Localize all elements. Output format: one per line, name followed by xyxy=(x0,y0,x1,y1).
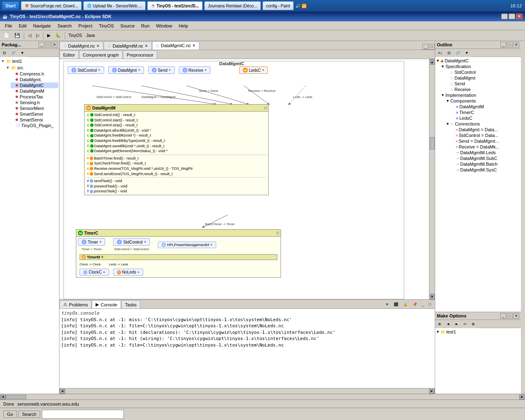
maximize-button[interactable]: □ xyxy=(509,14,515,19)
timer-expand[interactable]: + xyxy=(99,240,101,244)
noleds-expand[interactable]: + xyxy=(137,270,139,274)
perspective-tinyos[interactable]: TinyOS xyxy=(67,33,84,38)
menu-project[interactable]: Project xyxy=(75,23,96,29)
noleds-box[interactable]: M NoLeds + xyxy=(113,269,144,276)
make-btn-3[interactable]: ► xyxy=(453,320,461,328)
toolbar-run[interactable]: ▶ xyxy=(45,32,52,40)
toggle-test1[interactable]: ▼ xyxy=(1,59,5,63)
console-pin[interactable]: 📌 xyxy=(411,300,419,308)
tree-item-datamgmtm[interactable]: DataMgmtM xyxy=(11,88,58,94)
tree-item-compress[interactable]: Compress.h xyxy=(11,71,58,77)
timerm-expand[interactable]: + xyxy=(101,255,103,259)
taskbar-tab-2[interactable]: ☕ TinyOS - test1/src/D... xyxy=(147,1,203,10)
outline-conn-7[interactable]: → DataMgmtM.SysC xyxy=(451,167,520,173)
taskbar-tab-0[interactable]: 🦊 SourceForge.net: Downl... xyxy=(21,1,82,10)
tree-item-procestas[interactable]: ProcessTas xyxy=(11,94,58,100)
tab-close-2[interactable]: ✕ xyxy=(192,43,196,48)
main-hscroll-right[interactable]: ► xyxy=(519,395,525,399)
tree-item-sensing[interactable]: Sensing.h xyxy=(11,100,58,105)
outline-sort[interactable]: A↕ xyxy=(436,49,445,57)
tab-component-graph[interactable]: Component graph xyxy=(79,50,123,59)
clockc-expand[interactable]: + xyxy=(103,270,105,274)
make-minimize[interactable]: _ xyxy=(500,313,506,319)
toolbar-save[interactable]: 💾 xyxy=(12,32,22,40)
scroll-up[interactable]: ▲ xyxy=(430,59,435,65)
menu-help[interactable]: Help xyxy=(176,23,192,29)
tree-item-datamgmt[interactable]: DataMgmt. xyxy=(11,77,58,82)
clockc-box[interactable]: M ClockC + xyxy=(80,269,109,276)
hscroll-right[interactable]: ► xyxy=(429,389,435,394)
main-hscroll-thumb[interactable] xyxy=(6,395,26,399)
hscroll-left[interactable]: ◄ xyxy=(59,389,65,394)
outline-conn-2[interactable]: = Send = DataMgmt... xyxy=(451,138,520,144)
outline-receive[interactable]: ▷ Receive xyxy=(446,87,520,92)
tab-close-0[interactable]: ✕ xyxy=(96,44,100,48)
make-close[interactable]: ✕ xyxy=(514,313,519,319)
outline-timerc[interactable]: ◆ TimerC xyxy=(451,110,520,115)
timerc-collapse[interactable]: □ xyxy=(277,231,279,235)
outline-link[interactable]: 🔗 xyxy=(454,49,462,57)
diagram-scroll[interactable]: DataMgmtC xyxy=(59,59,429,299)
taskbar-tab-3[interactable]: Joumana Remlawi (Déco... xyxy=(204,1,261,10)
tab-close-1[interactable]: ✕ xyxy=(145,44,148,48)
menu-window[interactable]: Window xyxy=(153,23,176,29)
taskbar-tab-4[interactable]: config - Paint xyxy=(262,1,294,10)
tree-item-datamgmtc[interactable]: DataMgmtC xyxy=(11,82,58,88)
menu-edit[interactable]: Edit xyxy=(16,23,30,29)
tab-editor[interactable]: Editor xyxy=(59,50,79,59)
make-btn-1[interactable]: ⊕ xyxy=(436,320,443,328)
menu-run[interactable]: Run xyxy=(138,23,153,29)
timerm-header[interactable]: M TimerM + xyxy=(80,255,277,260)
toggle-spec[interactable]: ▼ xyxy=(441,64,445,68)
stdcontrol-expand[interactable]: + xyxy=(144,240,146,244)
toggle-comp[interactable]: ▼ xyxy=(446,99,450,103)
menu-source[interactable]: Source xyxy=(117,23,138,29)
toolbar-new[interactable]: 📄 xyxy=(2,32,11,40)
main-hscroll-left[interactable]: ◄ xyxy=(0,395,6,399)
toggle-src[interactable]: ▼ xyxy=(6,66,10,70)
outline-close[interactable]: ✕ xyxy=(514,42,519,48)
hpl-expand[interactable]: + xyxy=(210,243,212,247)
outline-maximize[interactable]: □ xyxy=(507,42,513,48)
tab-datamgmtm[interactable]: ◇ DataMgmtM.nc ✕ xyxy=(104,41,152,50)
toggle-make-test1[interactable]: ▼ xyxy=(436,330,440,334)
comp-datamgmt[interactable]: I DataMgmt + xyxy=(108,66,144,74)
make-tree-test1[interactable]: ▼ 📁 test1 xyxy=(436,329,520,335)
console-maximize[interactable]: □ xyxy=(427,300,433,308)
menu-navigate[interactable]: Navigate xyxy=(30,23,54,29)
tab-console[interactable]: ▶ Console xyxy=(92,300,121,308)
outline-conn-6[interactable]: → DataMgmtM.Batch xyxy=(451,161,520,167)
timerc-header[interactable]: M TimerC □ xyxy=(76,230,281,237)
datamgmtm-collapse[interactable]: □ xyxy=(265,106,267,110)
outline-stdcontrol[interactable]: ▷ StdControl xyxy=(446,69,520,75)
outline-specification[interactable]: ▼ Specification xyxy=(441,64,520,69)
outline-connections[interactable]: ▼ ↔ Connections xyxy=(446,121,520,127)
tab-datamgmtc[interactable]: ◇ DataMgmtC.nc ✕ xyxy=(152,41,199,50)
comp-send[interactable]: I Send + xyxy=(148,66,175,74)
outline-conn-3[interactable]: = Receive = DataMk... xyxy=(451,144,520,150)
outline-conn-4[interactable]: → DataMgmtM.Leds xyxy=(451,150,520,155)
make-btn-4[interactable]: ↩ xyxy=(461,320,469,328)
datamgmtm-header[interactable]: M DataMgmtM □ xyxy=(84,105,268,112)
editor-minimize[interactable]: _ xyxy=(422,44,428,50)
outline-conn-5[interactable]: → DataMgmtM.SubC xyxy=(451,155,520,161)
make-btn-2[interactable]: ◄ xyxy=(444,320,452,328)
taskbar-tab-1[interactable]: 🌐 Upload file - SensorWeb ... xyxy=(83,1,145,10)
make-maximize[interactable]: □ xyxy=(507,313,513,319)
tree-item-src[interactable]: ▼ 📁 src xyxy=(6,64,58,71)
expand-receive[interactable]: + xyxy=(205,68,207,72)
tab-problems[interactable]: ⚠ Problems xyxy=(59,300,91,308)
console-stop[interactable]: ⬛ xyxy=(392,300,400,308)
panel-maximize[interactable]: □ xyxy=(45,42,51,48)
editor-maximize[interactable]: □ xyxy=(429,44,435,50)
timerc-stdcontrol-box[interactable]: I StdControl + xyxy=(113,238,150,246)
close-button[interactable]: ✕ xyxy=(516,14,523,19)
tree-item-smartsensi1[interactable]: SmartSensi xyxy=(11,111,58,117)
search-input[interactable] xyxy=(42,410,124,419)
expand-ledsc[interactable]: + xyxy=(262,68,264,72)
console-scroll-lock[interactable]: 🔒 xyxy=(401,300,410,308)
outline-minimize[interactable]: _ xyxy=(500,42,506,48)
tree-item-sensormem[interactable]: SensorMem xyxy=(11,105,58,111)
link-with-editor[interactable]: 🔗 xyxy=(9,49,18,57)
perspective-java[interactable]: Java xyxy=(84,33,96,38)
